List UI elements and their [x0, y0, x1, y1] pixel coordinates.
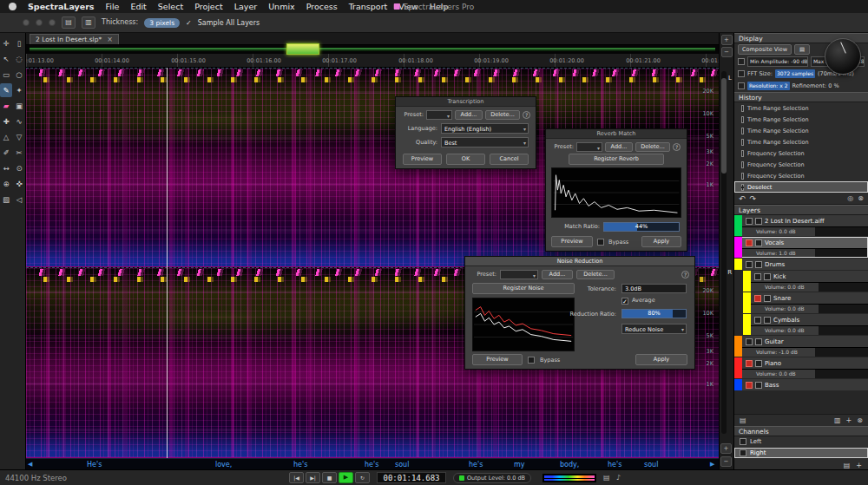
ok-button[interactable]: OK	[446, 154, 485, 165]
layer-volume[interactable]: Volume: 0.0 dB	[742, 226, 868, 236]
channel-add-icon[interactable]: +	[856, 462, 862, 469]
reduction-mode-select[interactable]: Reduce Noise	[621, 324, 687, 334]
arrow-tool[interactable]: ↖	[0, 52, 12, 66]
layer-visible-toggle[interactable]	[746, 261, 753, 268]
language-select[interactable]: English (English)	[441, 123, 529, 134]
snapshot-icon[interactable]: ◎	[847, 194, 853, 202]
channel-visible-toggle[interactable]	[740, 449, 746, 456]
time-selection-tool[interactable]: ▯	[13, 36, 25, 50]
pencil-tool[interactable]: ✐	[0, 146, 12, 160]
preset-add-button[interactable]: Add...	[455, 110, 483, 120]
layer-record-toggle[interactable]	[746, 360, 753, 367]
layer-volume[interactable]: Volume: 0.0 dB	[751, 282, 868, 292]
history-item[interactable]: Time Range Selection	[734, 114, 868, 125]
history-item[interactable]: Time Range Selection	[734, 125, 868, 136]
menu-file[interactable]: File	[106, 2, 120, 11]
layer-row[interactable]: Piano Volume: 0.0 dB	[734, 357, 868, 378]
loop-button[interactable]: ↻	[355, 472, 370, 483]
layer-visible-toggle[interactable]	[755, 382, 762, 389]
redo-icon[interactable]: ↷	[750, 194, 757, 203]
channel-right-selected[interactable]: Right	[734, 448, 868, 458]
magic-wand-tool[interactable]: ✦	[13, 83, 25, 97]
layer-visible-toggle[interactable]	[746, 218, 753, 225]
layer-row[interactable]: Guitar Volume: -1.0 dB	[734, 336, 868, 357]
display-mode-icon[interactable]: ▤	[794, 44, 810, 55]
undo-icon[interactable]: ↶	[739, 194, 746, 203]
history-item[interactable]: Frequency Selection	[734, 170, 868, 181]
hand-tool[interactable]: ✜	[13, 177, 25, 191]
zoom-in-vertical-icon[interactable]: +	[721, 35, 733, 45]
resolution-value[interactable]: Resolution: x 2	[747, 82, 790, 90]
preview-button[interactable]: Preview	[551, 236, 593, 247]
menu-process[interactable]: Process	[306, 2, 338, 11]
layer-solo-toggle[interactable]	[764, 317, 771, 324]
smudge-tool[interactable]: ∿	[13, 115, 25, 128]
history-item[interactable]: Frequency Selection	[734, 159, 868, 170]
play-button[interactable]: ▶	[339, 472, 353, 483]
channel-left[interactable]: Left	[734, 436, 868, 447]
preview-button[interactable]: Preview	[472, 354, 523, 365]
layer-volume[interactable]: Volume: 0.0 dB	[751, 325, 868, 335]
zoom-reset-icon[interactable]: −	[720, 456, 732, 467]
select-all-layers-icon[interactable]: ▤	[740, 416, 746, 424]
history-section-header[interactable]: History	[734, 92, 868, 102]
move-tool[interactable]: ✛	[0, 36, 12, 50]
layer-visible-toggle[interactable]	[764, 295, 771, 302]
measure-tool[interactable]: ↔	[0, 161, 12, 175]
reverb-match-dialog-title[interactable]: Reverb Match	[546, 129, 687, 139]
layer-color-swatch[interactable]	[743, 292, 751, 313]
layer-color-swatch[interactable]	[734, 215, 742, 236]
layer-color-swatch[interactable]	[734, 357, 742, 378]
cut-tool[interactable]: ✂	[13, 146, 25, 160]
layer-visible-toggle[interactable]	[755, 360, 762, 367]
layer-visible-toggle[interactable]	[755, 239, 762, 246]
apple-menu-icon[interactable]	[9, 3, 16, 10]
apply-button[interactable]: Apply	[635, 354, 687, 365]
preset-select[interactable]	[500, 270, 538, 279]
fft-size-value[interactable]: 3072 samples	[775, 69, 815, 78]
layer-record-toggle[interactable]	[746, 382, 753, 389]
zoom-out-vertical-icon[interactable]: −	[721, 47, 733, 57]
layer-solo-toggle[interactable]	[755, 338, 762, 345]
amplify-tool[interactable]: △	[0, 130, 12, 144]
composite-view-button[interactable]: Composite View	[738, 44, 792, 55]
layer-row[interactable]: Bass	[734, 379, 868, 390]
transcription-dialog-title[interactable]: Transcription	[396, 97, 536, 107]
overview-bar[interactable]	[30, 45, 715, 54]
layer-color-swatch[interactable]	[734, 237, 742, 258]
layer-volume[interactable]: Volume: 0.0 dB	[742, 369, 868, 378]
sample-all-layers-label[interactable]: Sample All Layers	[198, 19, 260, 27]
channel-link-icon[interactable]: ▤	[844, 462, 851, 469]
picker-tool[interactable]: ⊙	[13, 161, 25, 175]
timeline-ruler[interactable]: 00:01:13.00 00:01:14.00 00:01:15.00 00:0…	[26, 54, 719, 68]
lasso-tool[interactable]: ◌	[13, 52, 25, 66]
menu-transport[interactable]: Transport	[349, 2, 388, 11]
preset-select[interactable]	[426, 110, 452, 120]
layer-row[interactable]: Cymbals Volume: 0.0 dB	[743, 314, 868, 335]
layer-row-selected[interactable]: Vocals Volume: 1.0 dB	[734, 237, 868, 258]
preview-button[interactable]: Preview	[403, 154, 442, 165]
skip-start-button[interactable]: |◀	[289, 472, 304, 483]
merge-layers-icon[interactable]: ▥	[834, 416, 841, 424]
heal-tool[interactable]: ✚	[0, 115, 12, 128]
menu-unmix[interactable]: Unmix	[268, 2, 295, 11]
window-minimize-button[interactable]	[36, 19, 43, 26]
layer-color-swatch[interactable]	[743, 314, 751, 335]
help-icon[interactable]: ?	[681, 271, 689, 279]
layer-color-swatch[interactable]	[734, 379, 742, 390]
layer-color-swatch[interactable]	[734, 259, 742, 270]
layer-row[interactable]: 2 Lost In Desert.aiff Volume: 0.0 dB	[734, 215, 868, 236]
cancel-button[interactable]: Cancel	[490, 154, 529, 165]
tab-close-icon[interactable]: ×	[107, 36, 113, 43]
app-menu[interactable]: SpectraLayers	[28, 2, 95, 11]
layer-solo-toggle[interactable]	[764, 273, 771, 280]
thickness-value[interactable]: 3 pixels	[144, 18, 180, 28]
layer-volume[interactable]: Volume: -1.0 dB	[742, 347, 868, 357]
marquee-tool[interactable]: ▭	[0, 68, 12, 82]
layer-visible-toggle[interactable]	[754, 273, 761, 280]
preset-delete-button[interactable]: Delete...	[485, 110, 520, 120]
menu-edit[interactable]: Edit	[130, 2, 146, 11]
layer-color-swatch[interactable]	[743, 271, 751, 292]
bypass-checkbox[interactable]	[597, 239, 604, 246]
layer-visible-toggle[interactable]	[754, 317, 761, 324]
